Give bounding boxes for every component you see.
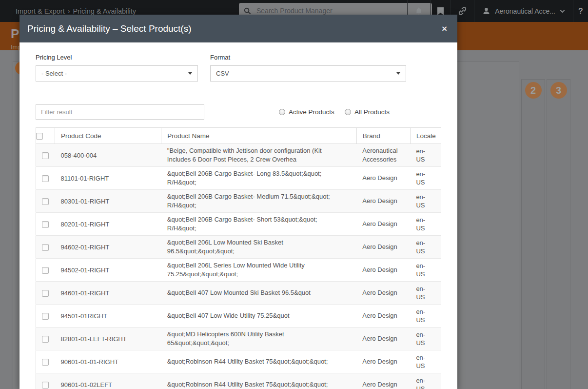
wizard-step3-panel[interactable]: 3 (547, 79, 570, 389)
dropdown-arrow-icon (188, 72, 192, 75)
row-checkbox[interactable] (42, 244, 49, 251)
row-checkbox[interactable] (42, 290, 49, 297)
breadcrumb-page: Pricing & Availability (73, 7, 137, 15)
row-checkbox[interactable] (42, 382, 49, 389)
filter-input[interactable] (36, 104, 204, 120)
row-checkbox[interactable] (42, 221, 49, 228)
locale-cell: en-US (410, 305, 441, 328)
product-code-cell: 81101-01-RIGHT (55, 167, 161, 190)
close-icon[interactable]: × (442, 24, 447, 33)
section-divider (36, 92, 441, 92)
step2-badge: 2 (525, 82, 542, 99)
product-code-cell: 94601-01-RIGHT (55, 282, 161, 305)
row-checkbox[interactable] (42, 198, 49, 205)
step3-badge: 3 (550, 82, 567, 99)
modal-header: Pricing & Availability – Select Product(… (20, 15, 457, 42)
brand-cell: Aero Design (356, 305, 410, 328)
dropdown-arrow-icon (396, 72, 400, 75)
product-name-cell: &quot;Bell 206B Cargo Basket- Long 83.5&… (161, 167, 356, 190)
modal-title: Pricing & Availability – Select Product(… (27, 23, 192, 34)
breadcrumb-separator: › (68, 7, 70, 15)
table-header-row: Product Code Product Name Brand Locale (36, 128, 441, 144)
product-code-cell: 90601-01-02LEFT (55, 373, 161, 389)
locale-cell: en-US (410, 328, 441, 350)
table-row: 90601-01-01-RIGHT&quot;Robinson R44 Util… (36, 350, 441, 373)
brand-cell: Aero Design (356, 350, 410, 373)
table-row: 94502-01-RIGHT&quot;Bell 206L Series Low… (36, 259, 441, 282)
modal-body: Pricing Level - Select - Format CSV (20, 42, 457, 389)
wizard-step2-panel[interactable]: 2 (521, 79, 545, 389)
product-code-cell: 94502-01-RIGHT (55, 259, 161, 282)
product-code-cell: 80301-01-RIGHT (55, 190, 161, 213)
user-menu-label: Aeronautical Acce... (495, 7, 555, 15)
table-row: 94501-01RIGHT&quot;Bell 407 Low Wide Uti… (36, 305, 441, 328)
table-row: 058-400-004"Beige, Compatible with Jetti… (36, 144, 441, 167)
radio-all-products[interactable]: All Products (345, 108, 390, 116)
chevron-down-icon (560, 9, 565, 13)
pricing-level-select[interactable]: - Select - (36, 65, 198, 82)
pricing-level-label: Pricing Level (36, 54, 198, 61)
locale-cell: en-US (410, 282, 441, 305)
product-name-cell: &quot;Bell 407 Low Mounted Ski Basket 96… (161, 282, 356, 305)
pricing-level-value: - Select - (41, 70, 67, 77)
brand-cell: Aero Design (356, 282, 410, 305)
table-row: 80301-01-RIGHT&quot;Bell 206B Cargo Bask… (36, 190, 441, 213)
brand-cell: Aero Design (356, 373, 410, 389)
locale-cell: en-US (410, 167, 441, 190)
format-value: CSV (216, 70, 229, 77)
radio-active-products[interactable]: Active Products (279, 108, 334, 116)
row-checkbox[interactable] (42, 152, 49, 159)
row-checkbox[interactable] (42, 175, 49, 182)
screen: Import & Export › Pricing & Availability (0, 0, 588, 389)
product-name-cell: &quot;Robinson R44 Utility Basket 75&quo… (161, 350, 356, 373)
brand-cell: Aero Design (356, 167, 410, 190)
locale-cell: en-US (410, 350, 441, 373)
column-header-product-name: Product Name (161, 128, 356, 144)
format-label: Format (210, 54, 406, 61)
product-name-cell: &quot;Bell 206B Cargo Basket- Medium 71.… (161, 190, 356, 213)
product-code-cell: 82801-01-LEFT-RIGHT (55, 328, 161, 350)
row-checkbox[interactable] (42, 336, 49, 343)
brand-cell: Aero Design (356, 328, 410, 350)
products-table: Product Code Product Name Brand Locale 0… (36, 127, 441, 389)
row-checkbox[interactable] (42, 267, 49, 274)
link-icon (458, 6, 467, 16)
search-input[interactable] (255, 6, 427, 15)
locale-cell: en-US (410, 144, 441, 167)
user-menu[interactable]: Aeronautical Acce... (474, 0, 573, 22)
format-select[interactable]: CSV (210, 65, 406, 82)
brand-cell: Aero Design (356, 213, 410, 236)
table-row: 81101-01-RIGHT&quot;Bell 206B Cargo Bask… (36, 167, 441, 190)
product-name-cell: &quot;Bell 206B Cargo Basket- Short 53&q… (161, 213, 356, 236)
row-checkbox[interactable] (42, 313, 49, 320)
table-row: 90601-01-02LEFT&quot;Robinson R44 Utilit… (36, 373, 441, 389)
table-row: 80201-01-RIGHT&quot;Bell 206B Cargo Bask… (36, 213, 441, 236)
product-name-cell: &quot;Bell 407 Low Wide Utility 75.25&qu… (161, 305, 356, 328)
column-header-brand: Brand (356, 128, 410, 144)
radio-all-label: All Products (354, 108, 390, 116)
locale-cell: en-US (410, 213, 441, 236)
radio-icon (345, 109, 351, 115)
radio-active-label: Active Products (289, 108, 334, 116)
user-icon (482, 7, 490, 15)
brand-cell: Aero Design (356, 259, 410, 282)
select-products-modal: Pricing & Availability – Select Product(… (20, 15, 457, 389)
help-button[interactable]: ? (573, 0, 588, 22)
bookmark-icon (437, 7, 444, 15)
product-name-cell: &quot;MD Helicopters 600N Utility Basket… (161, 328, 356, 350)
column-header-locale: Locale (410, 128, 441, 144)
bell-icon (414, 7, 423, 16)
table-row: 94602-01-RIGHT&quot;Bell 206L Low Mounte… (36, 236, 441, 259)
brand-cell: Aero Design (356, 236, 410, 259)
product-code-cell: 94501-01RIGHT (55, 305, 161, 328)
product-code-cell: 94602-01-RIGHT (55, 236, 161, 259)
row-checkbox[interactable] (42, 359, 49, 366)
select-all-checkbox[interactable] (36, 133, 43, 140)
breadcrumb-section[interactable]: Import & Export (16, 7, 65, 15)
table-row: 82801-01-LEFT-RIGHT&quot;MD Helicopters … (36, 328, 441, 350)
product-code-cell: 80201-01-RIGHT (55, 213, 161, 236)
radio-icon (279, 109, 285, 115)
help-icon: ? (578, 7, 583, 16)
product-code-cell: 90601-01-01-RIGHT (55, 350, 161, 373)
product-code-cell: 058-400-004 (55, 144, 161, 167)
